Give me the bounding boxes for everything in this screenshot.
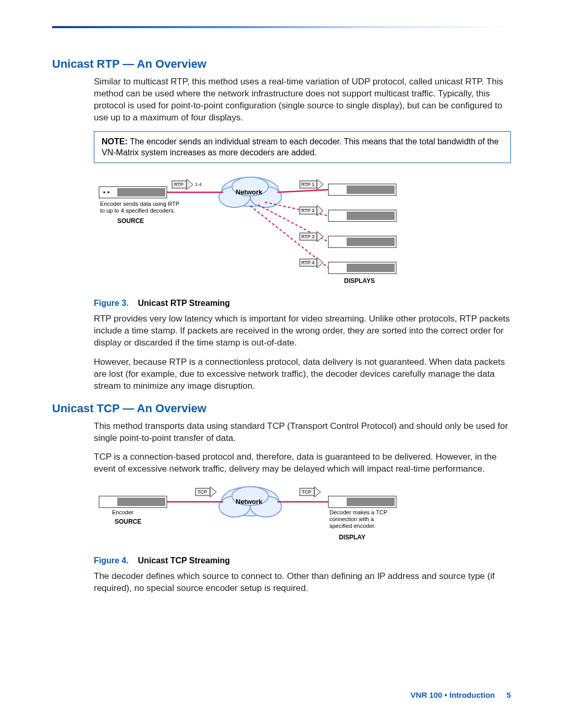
diagram-caption-2: to up to 4 specified decoders. xyxy=(100,207,175,214)
svg-rect-36 xyxy=(117,498,165,506)
encoder-label: Encoder xyxy=(112,509,133,515)
paragraph: The decoder defines which source to conn… xyxy=(94,571,511,595)
paragraph: However, because RTP is a connectionless… xyxy=(94,356,511,392)
figure-4-diagram: Network TCP xyxy=(94,483,511,546)
svg-rect-16 xyxy=(347,238,395,246)
svg-rect-12 xyxy=(347,186,395,194)
rtp-src-range: 1-4 xyxy=(195,182,202,187)
decoder-caption-2: connection with a xyxy=(329,516,374,522)
page-content: Unicast RTP — An Overview Similar to mul… xyxy=(52,26,511,595)
svg-point-6 xyxy=(103,191,105,193)
paragraph: TCP is a connection-based protocol and, … xyxy=(94,451,511,475)
tcp2-label: TCP xyxy=(302,489,311,495)
figure-3-caption: Figure 3. Unicast RTP Streaming xyxy=(94,299,511,308)
page-number: 5 xyxy=(507,690,511,699)
page: Unicast RTP — An Overview Similar to mul… xyxy=(0,0,563,728)
paragraph: RTP provides very low latency which is i… xyxy=(94,313,511,349)
note-text: The encoder sends an individual stream t… xyxy=(102,137,499,157)
svg-marker-30 xyxy=(317,257,323,268)
decoder-caption-3: specified encoder. xyxy=(329,523,376,529)
figure-title: Unicast RTP Streaming xyxy=(138,299,230,307)
section-heading-unicast-tcp: Unicast TCP — An Overview xyxy=(52,402,511,415)
svg-marker-28 xyxy=(317,231,323,242)
svg-marker-10 xyxy=(187,179,193,190)
section2-body: This method transports data using standa… xyxy=(94,421,511,595)
displays-label: DISPLAYS xyxy=(344,277,375,285)
source-label: SOURCE xyxy=(115,518,141,525)
top-gradient-bar xyxy=(52,26,511,28)
figure-3-diagram: Network RTP xyxy=(94,174,511,288)
rtp-src-label: RTP xyxy=(174,182,183,187)
diagram-caption-1: Encoder sends data using RTP xyxy=(100,201,179,207)
svg-marker-24 xyxy=(317,179,323,190)
tcp1-label: TCP xyxy=(198,489,207,495)
section1-body: Similar to multicast RTP, this method us… xyxy=(94,76,511,392)
svg-rect-5 xyxy=(117,188,165,196)
svg-rect-41 xyxy=(347,498,395,506)
svg-marker-39 xyxy=(210,487,216,497)
note-box: NOTE: The encoder sends an individual st… xyxy=(94,131,511,163)
svg-rect-14 xyxy=(347,212,395,220)
svg-line-19 xyxy=(277,190,328,192)
paragraph: Similar to multicast RTP, this method us… xyxy=(94,76,511,124)
footer-text: VNR 100 • Introduction xyxy=(411,690,495,699)
paragraph: This method transports data using standa… xyxy=(94,421,511,445)
source-label: SOURCE xyxy=(117,217,144,225)
decoder-caption-1: Decoder makes a TCP xyxy=(329,509,387,515)
figure-title: Unicast TCP Streaming xyxy=(138,556,230,565)
rtp4-label: RTP 4 xyxy=(301,260,314,265)
figure-number: Figure 3. xyxy=(94,299,129,307)
svg-rect-18 xyxy=(347,264,395,272)
svg-point-7 xyxy=(107,191,109,193)
rtp1-label: RTP 1 xyxy=(301,182,314,187)
rtp2-label: RTP 2 xyxy=(301,208,314,213)
network-label: Network xyxy=(236,498,263,505)
section-heading-unicast-rtp: Unicast RTP — An Overview xyxy=(52,57,511,71)
svg-marker-44 xyxy=(314,487,321,497)
figure-number: Figure 4. xyxy=(94,556,129,565)
network-label: Network xyxy=(236,188,263,196)
figure-4-caption: Figure 4. Unicast TCP Streaming xyxy=(94,556,511,565)
display-label: DISPLAY xyxy=(339,534,365,541)
rtp3-label: RTP 3 xyxy=(301,234,314,239)
note-label: NOTE: xyxy=(102,137,128,146)
page-footer: VNR 100 • Introduction 5 xyxy=(411,690,511,699)
